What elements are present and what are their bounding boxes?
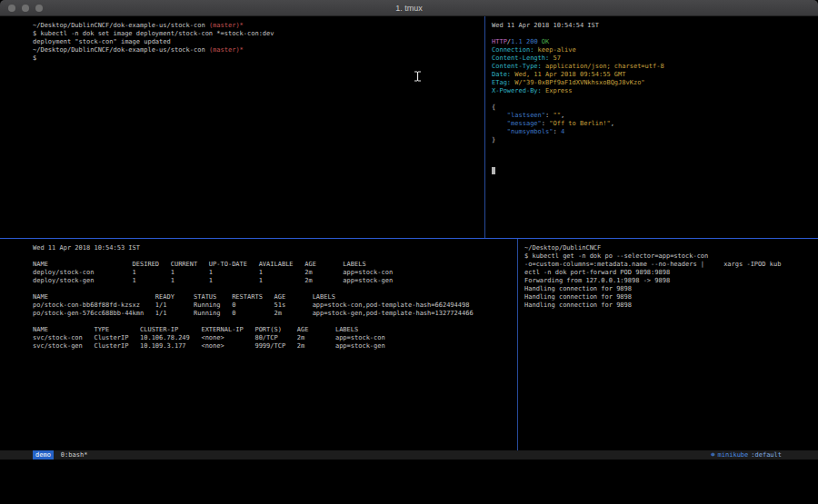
zoom-button[interactable]	[35, 5, 43, 12]
pane-top-right-http-response[interactable]: Wed 11 Apr 2018 10:54:54 IST HTTP/1.1 20…	[485, 16, 818, 238]
terminal-line: deploy/stock-con 1 1 1 1 2m app=stock-co…	[33, 269, 515, 277]
terminal-line: svc/stock-con ClusterIP 10.106.78.249 <n…	[33, 334, 515, 342]
terminal-line: NAME TYPE CLUSTER-IP EXTERNAL-IP PORT(S)…	[33, 326, 515, 334]
terminal-line: ~/Desktop/DublinCNCF	[524, 244, 816, 252]
terminal-line: ectl -n dok port-forward POD 9898:9898	[524, 269, 816, 277]
terminal-line: deployment "stock-con" image updated	[33, 38, 481, 46]
tmux-status-bar: demo 0:bash* ☸ minikube :default	[0, 450, 818, 460]
terminal-line: po/stock-con-bb68f88fd-kzsxz 1/1 Running…	[33, 301, 515, 310]
terminal-line: po/stock-gen-576cc688bb-44kmn 1/1 Runnin…	[33, 310, 515, 318]
pane-divider-horizontal[interactable]	[0, 238, 818, 239]
traffic-lights	[8, 5, 43, 12]
terminal-line: Handling connection for 9898	[524, 285, 816, 293]
terminal-line: ~/Desktop/DublinCNCF/dok-example-us/stoc…	[33, 22, 481, 30]
status-left: demo 0:bash*	[33, 450, 87, 460]
terminal-line: Date: Wed, 11 Apr 2018 09:54:55 GMT	[492, 71, 816, 79]
terminal-line: }	[492, 136, 816, 144]
terminal-line: "lastseen": "",	[492, 112, 816, 120]
terminal-line: Handling connection for 9898	[524, 293, 816, 301]
terminal-line: Handling connection for 9898	[524, 301, 816, 310]
mouse-cursor	[414, 71, 422, 82]
close-button[interactable]	[8, 5, 15, 12]
terminal-line: "message": "Off to Berlin!",	[492, 120, 816, 128]
terminal-line: $ kubectl -n dok set image deployment/st…	[33, 30, 481, 38]
session-name-badge[interactable]: demo	[33, 450, 54, 460]
terminal-line	[492, 30, 816, 38]
terminal-line: HTTP/1.1 200 OK	[492, 38, 816, 46]
pane-bottom-left-kubectl-watch[interactable]: Wed 11 Apr 2018 10:54:53 IST NAME DESIRE…	[0, 239, 517, 450]
terminal-line: $	[33, 54, 481, 63]
minimize-button[interactable]	[22, 5, 29, 12]
terminal-line	[33, 318, 515, 326]
terminal-line: svc/stock-gen ClusterIP 10.109.3.177 <no…	[33, 342, 515, 351]
terminal-line: Content-Type: application/json; charset=…	[492, 63, 816, 71]
terminal-line: $ kubectl get -n dok po --selector=app=s…	[524, 252, 816, 261]
kubernetes-icon: ☸	[711, 450, 714, 460]
terminal-line	[33, 285, 515, 293]
window-titlebar[interactable]: 1. tmux	[0, 0, 818, 16]
terminal-line: Wed 11 Apr 2018 10:54:53 IST	[33, 244, 515, 252]
terminal-line: {	[492, 104, 816, 112]
terminal-line: ETag: W/"39-0xBPf9aF1dXVNkhsxoBQgJ8vKzo"	[492, 79, 816, 87]
terminal-line: ~/Desktop/DublinCNCF/dok-example-us/stoc…	[33, 46, 481, 54]
terminal-line: Content-Length: 57	[492, 54, 816, 63]
window-title: 1. tmux	[395, 4, 423, 13]
pane-divider-vertical-bottom[interactable]	[517, 239, 518, 450]
status-right: ☸ minikube :default	[711, 450, 782, 460]
tmux-terminal: ~/Desktop/DublinCNCF/dok-example-us/stoc…	[0, 16, 818, 450]
terminal-line: NAME DESIRED CURRENT UP-TO-DATE AVAILABL…	[33, 261, 515, 269]
pane-top-left-shell[interactable]: ~/Desktop/DublinCNCF/dok-example-us/stoc…	[0, 16, 484, 238]
terminal-line: X-Powered-By: Express	[492, 87, 816, 95]
terminal-line: -o=custom-columns=:metadata.name --no-he…	[524, 261, 816, 269]
terminal-line: "numsymbols": 4	[492, 128, 816, 136]
terminal-line: Connection: keep-alive	[492, 46, 816, 54]
terminal-line	[33, 252, 515, 261]
terminal-line	[492, 144, 816, 153]
terminal-line: NAME READY STATUS RESTARTS AGE LABELS	[33, 293, 515, 301]
active-window-label[interactable]: 0:bash*	[61, 450, 88, 460]
terminal-window: 1. tmux ~/Desktop/DublinCNCF/dok-example…	[0, 0, 818, 460]
terminal-line: Wed 11 Apr 2018 10:54:54 IST	[492, 22, 816, 30]
kube-namespace: :default	[751, 450, 782, 460]
terminal-line: deploy/stock-gen 1 1 1 1 2m app=stock-ge…	[33, 277, 515, 285]
terminal-line	[492, 95, 816, 104]
pane-divider-vertical-top[interactable]	[484, 16, 485, 238]
pane-bottom-right-port-forward[interactable]: ~/Desktop/DublinCNCF$ kubectl get -n dok…	[518, 239, 818, 450]
terminal-cursor	[492, 167, 495, 174]
terminal-line: Forwarding from 127.0.0.1:9898 -> 9898	[524, 277, 816, 285]
kube-context-name: minikube	[718, 450, 749, 460]
